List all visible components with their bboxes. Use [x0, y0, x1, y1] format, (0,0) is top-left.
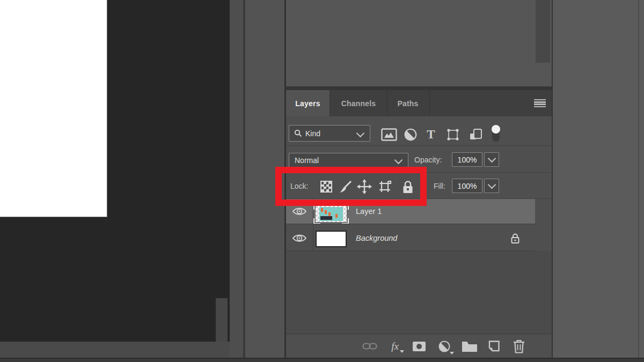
layer-lock-icon[interactable] [509, 232, 521, 244]
layers-empty-area[interactable] [286, 251, 552, 334]
layer-name[interactable]: Layer 1 [356, 207, 382, 216]
filter-shape-layers-icon[interactable] [445, 127, 461, 142]
selection-bracket [342, 204, 349, 210]
lock-transparent-pixels-icon[interactable] [319, 180, 333, 194]
layers-panel-toolbar: fx [286, 334, 552, 358]
chevron-down-icon [356, 129, 365, 138]
layers-panel-tabbar: Layers Channels Paths [286, 90, 552, 116]
layer-style-fx-icon[interactable]: fx [387, 339, 403, 353]
lock-position-move-icon[interactable] [356, 179, 372, 194]
right-dock-seam [638, 0, 639, 362]
right-dock-area [553, 0, 644, 362]
lock-all-padlock-icon[interactable] [400, 179, 415, 194]
visibility-eye-icon[interactable] [291, 206, 308, 217]
canvas-vertical-scrollbar[interactable] [216, 298, 228, 342]
document-status-bar [0, 342, 230, 358]
filter-smart-objects-icon[interactable] [468, 127, 484, 142]
layer-name[interactable]: Background [356, 234, 397, 242]
layer-thumbnail[interactable] [316, 231, 347, 247]
fill-dropdown-button[interactable] [484, 179, 499, 193]
link-layers-icon[interactable] [362, 341, 378, 351]
fill-value[interactable]: 100% [452, 179, 482, 193]
delete-layer-trash-icon[interactable] [511, 339, 526, 354]
lock-label: Lock: [290, 182, 308, 190]
dock-gutter [230, 0, 243, 358]
new-adjustment-layer-icon[interactable] [437, 339, 452, 353]
divider [286, 145, 552, 146]
chevron-down-icon [394, 156, 403, 165]
lock-image-pixels-brush-icon[interactable] [337, 179, 353, 194]
visibility-eye-icon[interactable] [291, 233, 308, 243]
opacity-label: Opacity: [414, 156, 442, 164]
new-group-folder-icon[interactable] [461, 340, 478, 353]
tab-paths[interactable]: Paths [386, 90, 430, 116]
divider [286, 172, 552, 173]
layer-row-layer1[interactable]: Layer 1 [286, 199, 535, 224]
right-dock-border [552, 0, 553, 362]
search-icon [294, 129, 302, 137]
filter-adjustment-layers-icon[interactable] [402, 127, 419, 142]
eye-column-divider [313, 199, 313, 250]
fill-label: Fill: [434, 182, 445, 190]
filter-toggle-switch[interactable] [490, 124, 502, 143]
layer-row-background[interactable]: Background [286, 224, 535, 250]
window-bottom-strip [0, 359, 644, 362]
lock-artboard-nesting-icon[interactable] [376, 179, 393, 194]
selection-bracket [313, 204, 320, 210]
filter-type-layers-icon[interactable]: T [425, 127, 437, 142]
canvas[interactable] [0, 0, 107, 217]
layer-thumbnail[interactable] [316, 206, 347, 222]
filter-pixel-layers-icon[interactable] [380, 127, 398, 142]
chevron-down-icon [487, 181, 496, 189]
add-layer-mask-icon[interactable] [412, 341, 427, 352]
filter-kind-dropdown[interactable]: Kind [289, 125, 370, 142]
upper-panel-scrollbar[interactable] [536, 0, 550, 63]
chevron-down-icon [487, 154, 496, 163]
new-layer-icon[interactable] [486, 339, 501, 353]
filter-kind-value: Kind [305, 129, 320, 138]
blend-mode-dropdown[interactable]: Normal [289, 153, 408, 167]
document-window [0, 0, 230, 342]
dock-gutter-2 [245, 0, 284, 358]
panel-menu-icon[interactable] [534, 99, 546, 108]
chevron-down-icon [400, 350, 404, 353]
opacity-dropdown-button[interactable] [484, 152, 499, 167]
upper-panel [286, 0, 552, 86]
blend-mode-value: Normal [295, 156, 319, 165]
opacity-value[interactable]: 100% [452, 152, 482, 167]
tab-channels[interactable]: Channels [330, 90, 387, 116]
tab-layers[interactable]: Layers [286, 90, 330, 116]
chevron-down-icon [450, 352, 454, 354]
panel-divider[interactable] [286, 86, 552, 90]
